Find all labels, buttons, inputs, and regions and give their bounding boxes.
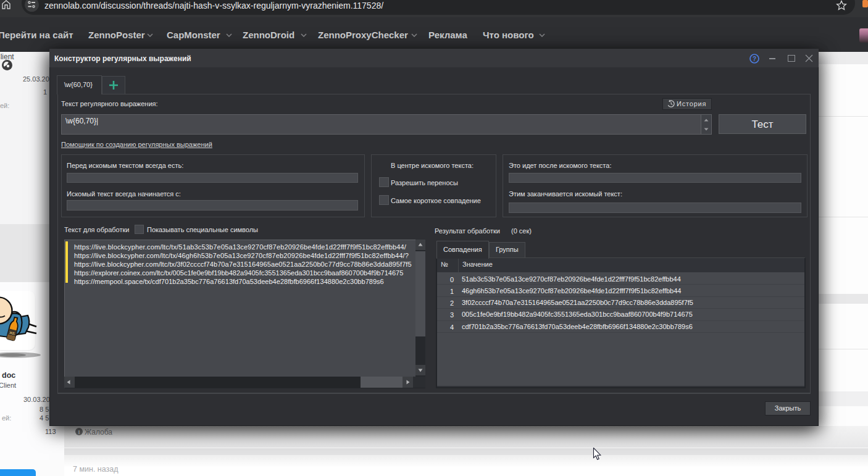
svg-text:?: ?	[753, 56, 756, 62]
